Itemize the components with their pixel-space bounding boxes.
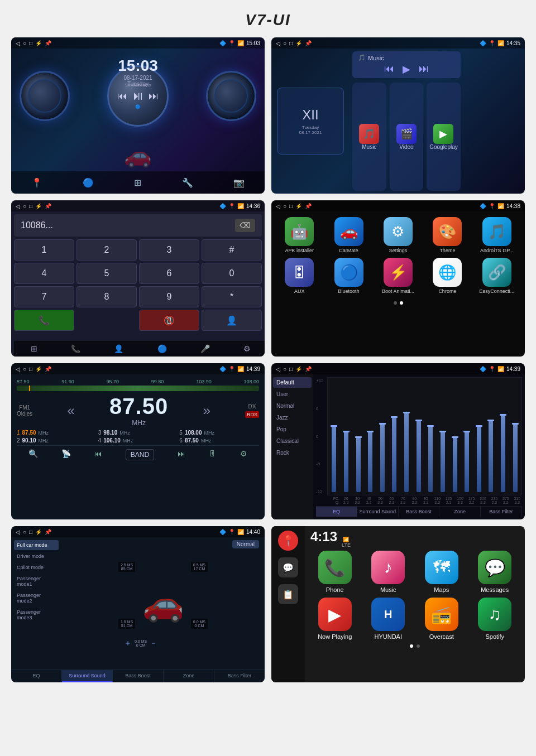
recents-icon[interactable]: □ [289,366,293,372]
eq-bar-14[interactable] [486,381,496,492]
preset-6[interactable]: 6 87.50 MHz [179,437,259,444]
recents-icon[interactable]: □ [29,40,32,46]
nav-apps[interactable]: ⊞ [31,344,37,353]
app-boot[interactable]: ⚡ Boot Animati... [376,258,420,294]
key-0[interactable]: 0 [202,263,262,284]
preset-normal[interactable]: Normal [273,401,312,411]
carplay-hyundai[interactable]: H HYUNDAI [364,598,413,640]
eq-bar-5[interactable] [377,381,388,492]
hangup-button[interactable]: 📵 [139,310,199,331]
tab-surround[interactable]: Surround Sound [357,507,399,517]
scan-back-btn[interactable]: « [68,403,75,418]
antenna-btn[interactable]: 📡 [61,449,71,460]
eq-bar-15[interactable] [498,381,509,492]
eq-bar-1[interactable] [329,381,339,492]
app-chrome[interactable]: 🌐 Chrome [425,258,470,294]
key-4[interactable]: 4 [14,263,74,284]
preset-1[interactable]: 1 87.50 MHz [17,430,97,436]
carplay-music[interactable]: ♪ Music [364,551,413,593]
preset-default[interactable]: Default [273,377,312,388]
prev-icon[interactable]: ⏮ [117,90,127,102]
tab-eq[interactable]: EQ [11,670,62,682]
eq-bar-9[interactable] [425,381,436,492]
key-hash[interactable]: # [202,239,262,261]
nav-apps[interactable]: ⊞ [134,177,141,188]
left-knob[interactable] [20,71,70,121]
right-knob[interactable] [206,71,256,121]
tab-zone[interactable]: Zone [439,507,481,517]
mode-cpilot[interactable]: Cpilot mode [14,562,59,572]
backspace-button[interactable]: ⌫ [235,219,255,232]
nav-bt[interactable]: 🔵 [83,177,94,188]
play-btn[interactable]: ▶ [403,63,410,75]
home-icon[interactable]: ○ [23,529,26,535]
contacts-button[interactable]: 👤 [202,310,262,331]
home-icon[interactable]: ○ [23,366,26,372]
key-star[interactable]: * [202,286,262,307]
back-icon[interactable]: ◁ [276,40,280,46]
eq-btn[interactable]: 🎚 [209,449,217,460]
tab-bass-filter[interactable]: Bass Filter [481,507,522,517]
tab-bass-boost[interactable]: Bass Boost [113,670,164,682]
key-3[interactable]: 3 [139,239,199,261]
back-icon[interactable]: ◁ [16,40,20,46]
plus-btn[interactable]: ＋ [124,638,132,648]
normal-badge[interactable]: Normal [232,540,259,548]
nav-contacts[interactable]: 👤 [114,344,123,353]
recents-icon[interactable]: □ [289,203,293,209]
preset-jazz[interactable]: Jazz [273,412,312,423]
mode-passenger1[interactable]: Passenger mode1 [14,574,59,589]
key-5[interactable]: 5 [76,263,137,284]
key-7[interactable]: 7 [14,286,74,307]
tab-bass-filter[interactable]: Bass Filter [214,670,265,682]
mode-passenger3[interactable]: Passenger mode3 [14,607,59,623]
app-video[interactable]: 🎬 Video [390,83,424,191]
app-bluetooth[interactable]: 🔵 Bluetooth [326,258,371,294]
recents-icon[interactable]: □ [29,529,32,535]
preset-4[interactable]: 4 106.10 MHz [98,437,178,444]
home-icon[interactable]: ○ [283,366,286,372]
tab-bass-boost[interactable]: Bass Boost [399,507,440,517]
nav-cam[interactable]: 📷 [233,177,245,188]
app-androits[interactable]: 🎵 AndroiTS GP... [475,217,519,253]
next-station-btn[interactable]: ⏭ [178,449,185,460]
tab-eq[interactable]: EQ [316,507,357,517]
eq-bar-12[interactable] [462,381,472,492]
back-icon[interactable]: ◁ [276,366,280,372]
eq-bar-16[interactable] [510,381,520,492]
prev-station-btn[interactable]: ⏮ [94,449,102,460]
next-icon[interactable]: ⏭ [149,90,159,102]
key-8[interactable]: 8 [76,286,137,307]
eq-bar-4[interactable] [365,381,376,492]
mode-passenger2[interactable]: Passenger mode2 [14,590,59,606]
prev-btn[interactable]: ⏮ [384,63,394,75]
app-aux[interactable]: 🎛 AUX [277,258,322,294]
preset-5[interactable]: 5 108.00 MHz [179,430,259,436]
app-music[interactable]: 🎵 Music [352,83,386,191]
search-btn[interactable]: 🔍 [28,449,38,460]
minus-btn[interactable]: － [150,638,157,648]
app-apk[interactable]: 🤖 APK installer [277,217,322,253]
nav-settings[interactable]: 🔧 [182,177,193,188]
band-btn[interactable]: BAND [126,449,154,460]
mode-driver[interactable]: Driver mode [14,551,59,561]
tab-surround[interactable]: Surround Sound [62,670,113,682]
eq-bar-2[interactable] [341,381,352,492]
mode-fullcar[interactable]: Full car mode [14,540,59,550]
carplay-nowplaying[interactable]: ▶ Now Playing [310,598,360,640]
key-9[interactable]: 9 [139,286,199,307]
preset-user[interactable]: User [273,389,312,399]
back-icon[interactable]: ◁ [16,529,20,535]
eq-bar-3[interactable] [353,381,363,492]
carplay-maps[interactable]: 🗺 Maps [417,551,466,593]
home-icon[interactable]: ○ [23,203,26,209]
key-2[interactable]: 2 [76,239,137,261]
nav-bt[interactable]: 🔵 [157,344,167,353]
eq-bar-10[interactable] [438,381,448,492]
nav-call[interactable]: 📞 [71,344,80,353]
sidebar-icon-2[interactable]: 💬 [278,557,298,577]
eq-bar-8[interactable] [413,381,424,492]
preset-classical[interactable]: Classical [273,436,312,446]
nav-mic[interactable]: 🎤 [200,344,210,353]
next-btn[interactable]: ⏭ [419,63,429,75]
